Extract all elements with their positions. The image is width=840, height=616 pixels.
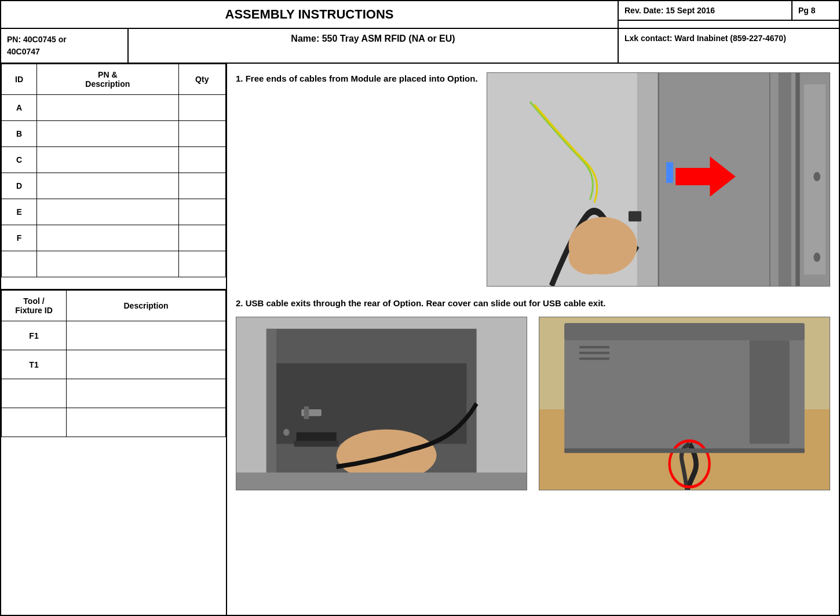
- svg-point-11: [813, 172, 820, 181]
- tool-f1-id: F1: [2, 321, 67, 350]
- step-2-photo-right: [539, 317, 830, 490]
- svg-point-26: [283, 429, 289, 436]
- svg-rect-25: [304, 406, 309, 419]
- row-a-id: A: [2, 95, 37, 121]
- tool-row-empty1: [2, 379, 226, 408]
- svg-rect-35: [579, 352, 609, 354]
- parts-col-qty: Qty: [178, 64, 226, 95]
- svg-rect-34: [579, 346, 609, 349]
- parts-table: ID PN &Description Qty A B: [1, 64, 226, 277]
- svg-rect-27: [236, 472, 527, 490]
- svg-rect-31: [564, 323, 805, 340]
- step-2-images: [236, 317, 830, 490]
- parts-row-c: C: [2, 147, 226, 173]
- tool-table: Tool /Fixture ID Description F1 T1: [1, 290, 226, 437]
- row-empty-id: [2, 251, 37, 277]
- row-empty-pn: [37, 251, 178, 277]
- svg-point-12: [813, 252, 820, 262]
- row-d-qty: [178, 173, 226, 199]
- tool-empty1-desc: [67, 379, 226, 408]
- tool-t1-desc: [67, 350, 226, 379]
- row-b-id: B: [2, 121, 37, 147]
- row-d-pn: [37, 173, 178, 199]
- row-empty-qty: [178, 251, 226, 277]
- row-e-qty: [178, 199, 226, 225]
- svg-rect-3: [778, 73, 791, 286]
- tool-empty2-desc: [67, 408, 226, 437]
- tool-f1-desc: [67, 321, 226, 350]
- row-e-id: E: [2, 199, 37, 225]
- step-1-image: [487, 72, 830, 287]
- subheader: PN: 40C0745 or 40C0747 Name: 550 Tray AS…: [1, 29, 839, 64]
- row-c-pn: [37, 147, 178, 173]
- row-c-id: C: [2, 147, 37, 173]
- svg-rect-9: [666, 162, 673, 183]
- part-number: PN: 40C0745 or 40C0747: [1, 29, 129, 63]
- parts-col-pn: PN &Description: [37, 64, 178, 95]
- page-title: ASSEMBLY INSTRUCTIONS: [1, 1, 619, 28]
- assembly-name: Name: 550 Tray ASM RFID (NA or EU): [129, 29, 619, 63]
- svg-rect-21: [294, 441, 339, 447]
- row-a-pn: [37, 95, 178, 121]
- tool-t1-id: T1: [2, 350, 67, 379]
- rev-date: Rev. Date: 15 Sept 2016: [619, 1, 792, 20]
- step-1: 1. Free ends of cables from Module are p…: [236, 72, 830, 287]
- main-content: ID PN &Description Qty A B: [1, 64, 839, 615]
- step-1-description: Free ends of cables from Module are plac…: [246, 74, 478, 83]
- step-2-photo-left: [236, 317, 527, 490]
- header: ASSEMBLY INSTRUCTIONS Rev. Date: 15 Sept…: [1, 1, 839, 29]
- tool-col-desc: Description: [67, 291, 226, 321]
- tool-row-empty2: [2, 408, 226, 437]
- svg-point-7: [568, 240, 611, 274]
- tool-empty1-id: [2, 379, 67, 408]
- machine-svg: [487, 73, 830, 286]
- header-right: Rev. Date: 15 Sept 2016 Pg 8: [619, 1, 839, 28]
- tool-row-f1: F1: [2, 321, 226, 350]
- page-wrapper: ASSEMBLY INSTRUCTIONS Rev. Date: 15 Sept…: [0, 0, 840, 616]
- parts-row-e: E: [2, 199, 226, 225]
- step-1-photo: [487, 72, 830, 287]
- parts-col-id: ID: [2, 64, 37, 95]
- row-f-pn: [37, 225, 178, 251]
- parts-row-f: F: [2, 225, 226, 251]
- photo-detail: [487, 73, 830, 286]
- row-b-pn: [37, 121, 178, 147]
- svg-rect-8: [629, 211, 641, 222]
- tool-row-t1: T1: [2, 350, 226, 379]
- parts-row-b: B: [2, 121, 226, 147]
- svg-rect-37: [564, 448, 805, 453]
- row-f-id: F: [2, 225, 37, 251]
- machine-svg-3: [539, 317, 830, 490]
- tool-col-fixture: Tool /Fixture ID: [2, 291, 67, 321]
- svg-rect-32: [750, 340, 790, 444]
- step-1-number: 1.: [236, 74, 246, 83]
- parts-row-a: A: [2, 95, 226, 121]
- contact-info: Lxk contact: Ward Inabinet (859-227-4670…: [619, 29, 839, 63]
- header-rev: Rev. Date: 15 Sept 2016 Pg 8: [619, 1, 839, 21]
- parts-row-d: D: [2, 173, 226, 199]
- step-2-header: 2. USB cable exits through the rear of O…: [236, 298, 830, 308]
- row-d-id: D: [2, 173, 37, 199]
- left-panel: ID PN &Description Qty A B: [1, 64, 227, 615]
- step-1-text: 1. Free ends of cables from Module are p…: [236, 72, 487, 287]
- tool-empty2-id: [2, 408, 67, 437]
- page-number: Pg 8: [792, 1, 839, 20]
- row-e-pn: [37, 199, 178, 225]
- row-c-qty: [178, 147, 226, 173]
- row-f-qty: [178, 225, 226, 251]
- right-panel: 1. Free ends of cables from Module are p…: [227, 64, 839, 615]
- row-a-qty: [178, 95, 226, 121]
- svg-rect-36: [579, 358, 609, 360]
- svg-rect-4: [795, 73, 799, 286]
- tool-section: Tool /Fixture ID Description F1 T1: [1, 289, 226, 437]
- machine-svg-2: [236, 317, 527, 490]
- row-b-qty: [178, 121, 226, 147]
- parts-row-empty: [2, 251, 226, 277]
- svg-rect-18: [266, 329, 276, 478]
